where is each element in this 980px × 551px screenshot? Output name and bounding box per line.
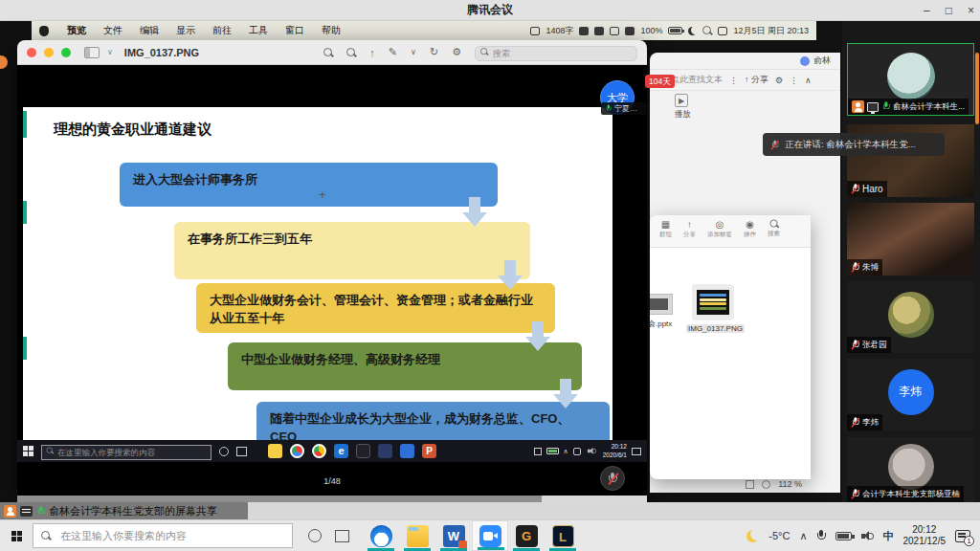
pptx-file-thumbnail[interactable] [650, 294, 673, 315]
task-view-icon[interactable] [335, 530, 349, 542]
minimize-button[interactable]: – [924, 0, 930, 21]
wechat-icon[interactable] [610, 27, 619, 35]
menu-bar-clock[interactable]: 12月5日 周日 20:13 [733, 25, 809, 37]
ime-indicator[interactable]: 中 [883, 529, 894, 543]
scrollbar-thumb[interactable] [17, 496, 542, 502]
docs-icon[interactable] [400, 444, 414, 458]
finder-tag-button[interactable]: ◎添加标签 [707, 219, 732, 239]
avatar[interactable] [800, 56, 810, 66]
png-file-name[interactable]: IMG_0137.PNG [686, 324, 745, 333]
floating-assistant-dot[interactable] [0, 55, 8, 69]
tencent-meeting-taskbar-item[interactable] [472, 520, 508, 551]
sidebar-toggle-icon[interactable] [84, 47, 100, 58]
chevron-up-icon[interactable]: ∧ [799, 530, 807, 542]
dnd-moon-icon[interactable] [688, 27, 697, 35]
participant-tile[interactable]: 会计学本科生党支部杨亚楠 [847, 437, 974, 502]
view-mode-icon[interactable] [746, 480, 754, 489]
finder-share-button[interactable]: ↑分享 [683, 219, 696, 239]
png-file-thumbnail[interactable] [692, 284, 734, 320]
chevron-up-icon[interactable]: ∧ [564, 448, 568, 455]
play-button-label[interactable]: 播放 [675, 109, 691, 121]
wps-zoom-level[interactable]: 112 % [778, 479, 802, 489]
share-button[interactable]: ↑ 分享 [745, 74, 768, 86]
weather-moon-icon[interactable] [746, 530, 759, 542]
close-traffic-light[interactable] [27, 48, 36, 57]
action-center-icon[interactable]: 1 [955, 530, 970, 542]
annotate-button[interactable]: ⚙ [452, 46, 461, 58]
spotlight-search-icon[interactable] [702, 26, 712, 35]
mac-menu-window[interactable]: 窗口 [277, 24, 313, 37]
participant-tile[interactable]: 李炜 李炜 [847, 359, 974, 430]
preview-search-input[interactable] [475, 46, 637, 61]
start-button[interactable] [0, 531, 33, 541]
finder-group-button[interactable]: ▦群组 [659, 219, 672, 239]
mac-menu-preview[interactable]: 预览 [58, 24, 95, 37]
share-button[interactable]: ↑ [369, 47, 375, 58]
participant-tile[interactable]: 朱博 [847, 203, 974, 276]
file-explorer-taskbar-item[interactable] [399, 520, 435, 551]
finder-search-button[interactable]: 搜索 [768, 219, 780, 238]
finder-action-button[interactable]: ◉操作 [744, 219, 756, 239]
shared-clock[interactable]: 20:12 2020/6/1 [603, 443, 627, 459]
mic-tray-icon[interactable] [817, 530, 826, 542]
photos-icon[interactable] [356, 444, 370, 458]
edge-icon[interactable]: e [334, 444, 348, 458]
screen-share-banner[interactable]: 俞林会计学本科生党支部的屏幕共享 [0, 502, 248, 519]
zoom-traffic-light[interactable] [61, 48, 71, 57]
chevron-down-icon[interactable]: ∨ [107, 48, 113, 56]
volume-icon[interactable] [588, 448, 596, 455]
maximize-button[interactable]: □ [946, 0, 952, 21]
taskbar-clock[interactable]: 20:12 2021/12/5 [903, 524, 947, 548]
chevron-down-icon[interactable]: ∨ [411, 48, 416, 56]
mac-menu-file[interactable]: 文件 [95, 24, 131, 37]
menubar-app-icon[interactable] [579, 27, 589, 35]
lol-taskbar-item[interactable]: L [545, 520, 581, 551]
g-app-taskbar-item[interactable]: G [508, 520, 545, 551]
cortana-icon[interactable] [219, 447, 229, 456]
collapse-ribbon-icon[interactable]: ∧ [805, 76, 812, 85]
pptx-file-name[interactable]: 会.pptx [650, 319, 672, 329]
close-button[interactable]: × [968, 0, 974, 21]
control-center-icon[interactable] [718, 27, 727, 35]
task-view-icon[interactable] [236, 447, 247, 456]
stacks-icon[interactable] [625, 27, 635, 35]
wps-account-name[interactable]: 俞林 [813, 55, 831, 67]
cortana-icon[interactable] [308, 529, 322, 542]
mac-menu-go[interactable]: 前往 [204, 24, 240, 37]
rotate-button[interactable]: ↻ [430, 46, 438, 58]
participant-tile[interactable]: 俞林会计学本科生... [847, 43, 974, 116]
mac-menu-edit[interactable]: 编辑 [131, 24, 167, 37]
browser-icon[interactable] [312, 444, 326, 458]
wps-word-taskbar-item[interactable]: W [435, 520, 472, 551]
battery-icon[interactable] [835, 532, 852, 540]
kebab-menu-icon[interactable]: ⋮ [790, 76, 798, 85]
app-icon[interactable] [378, 444, 392, 458]
screen-record-icon[interactable] [530, 27, 540, 35]
play-button-icon[interactable]: ▶ [675, 94, 688, 107]
volume-icon[interactable] [861, 531, 874, 541]
floating-mic-overlay[interactable] [600, 466, 625, 491]
kebab-menu-icon[interactable]: ⋮ [729, 76, 738, 85]
taskbar-search-input[interactable] [33, 523, 293, 548]
file-explorer-icon[interactable] [268, 444, 282, 458]
view-mode-icon[interactable] [762, 480, 770, 489]
panel-scrollbar[interactable] [975, 53, 979, 124]
mac-menu-tools[interactable]: 工具 [240, 24, 277, 37]
mac-menu-view[interactable]: 显示 [167, 24, 204, 37]
ime-icon[interactable] [534, 448, 542, 455]
markup-pencil-button[interactable]: ✎ [389, 46, 397, 58]
horizontal-scrollbar[interactable] [17, 496, 647, 502]
minimize-traffic-light[interactable] [44, 48, 54, 57]
apple-menu-icon[interactable] [39, 26, 49, 36]
start-button[interactable] [23, 446, 33, 456]
zoom-in-button[interactable] [346, 48, 356, 57]
chrome-icon[interactable] [290, 444, 304, 458]
powerpoint-icon[interactable]: P [422, 444, 436, 458]
temperature[interactable]: -5°C [768, 530, 790, 541]
action-center-icon[interactable] [632, 448, 641, 455]
participant-tile[interactable]: 张君园 [847, 281, 974, 353]
mac-menu-help[interactable]: 帮助 [313, 24, 349, 37]
tray-icon[interactable] [573, 448, 581, 455]
settings-gear-icon[interactable]: ⚙ [775, 76, 783, 85]
menubar-app-icon[interactable] [594, 27, 604, 35]
